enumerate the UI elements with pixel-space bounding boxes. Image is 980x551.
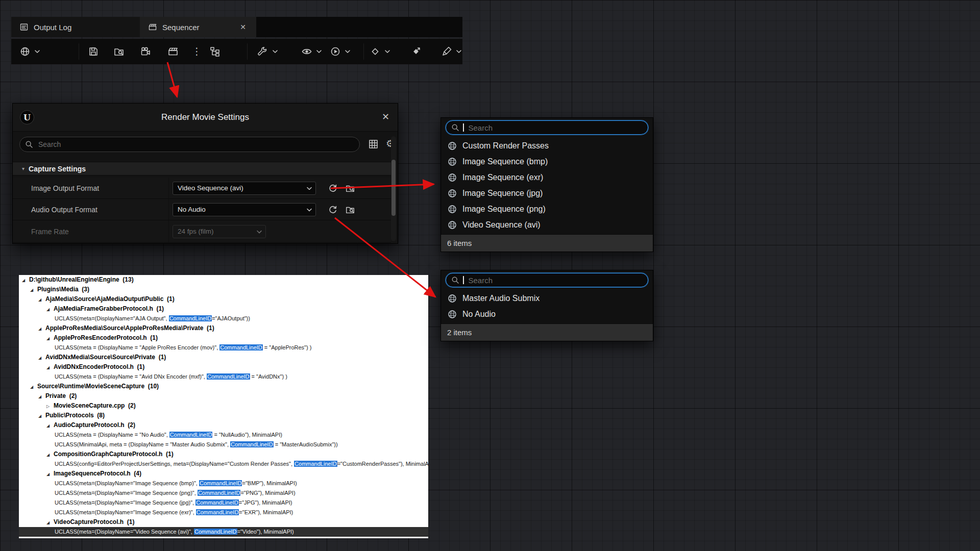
keyframe-options-button[interactable]	[370, 46, 381, 57]
expanded-expander-icon[interactable]: ◢	[38, 295, 45, 304]
dropdown-item[interactable]: No Audio	[441, 306, 653, 322]
tree-node-label: AppleProResMedia\Source\AppleProResMedia…	[45, 324, 214, 332]
search-match-highlight: CommandLineID	[198, 490, 241, 496]
tree-node[interactable]: ◢AvidDNxMedia\Source\Source\Private (1)	[19, 353, 428, 362]
code-result-line[interactable]: UCLASS(MinimalApi, meta = (DisplayName =…	[19, 440, 428, 449]
code-text: = "AppleProRes") )	[263, 344, 312, 350]
audio-format-search-box[interactable]	[446, 273, 648, 287]
playback-chevron-icon[interactable]	[345, 50, 350, 54]
use-selected-asset-icon[interactable]	[328, 183, 338, 193]
tree-node[interactable]: ◢ImageSequenceProtocol.h (4)	[19, 469, 428, 479]
dropdown-item[interactable]: Master Audio Submix	[441, 290, 653, 306]
tree-node[interactable]: ◢AudioCaptureProtocol.h (2)	[19, 420, 428, 430]
audio-format-search-input[interactable]	[468, 276, 643, 285]
dialog-close-icon[interactable]: ✕	[382, 111, 389, 122]
expanded-expander-icon[interactable]: ◢	[30, 382, 37, 391]
expanded-expander-icon[interactable]: ◢	[30, 285, 37, 294]
playback-options-button[interactable]	[330, 46, 341, 57]
code-result-line[interactable]: UCLASS(meta = (DisplayName = "Avid DNx E…	[19, 372, 428, 382]
world-button[interactable]	[19, 46, 31, 57]
code-result-line[interactable]: UCLASS(meta = (DisplayName = "Apple ProR…	[19, 343, 428, 353]
expanded-expander-icon[interactable]: ◢	[46, 469, 54, 479]
settings-search-input[interactable]	[37, 140, 354, 149]
code-result-line[interactable]: UCLASS(meta=(DisplayName="Image Sequence…	[19, 498, 428, 508]
toolbar-separator	[247, 43, 248, 60]
code-result-line[interactable]: UCLASS(meta=(DisplayName="Video Sequence…	[19, 527, 428, 537]
tree-node[interactable]: ◢Plugins\Media (3)	[19, 285, 428, 294]
keyframe-chevron-icon[interactable]	[385, 50, 390, 54]
expanded-expander-icon[interactable]: ◢	[38, 353, 45, 362]
search-match-highlight: CommandLineID	[196, 509, 239, 515]
browse-to-asset-icon[interactable]	[345, 205, 355, 215]
expanded-expander-icon[interactable]: ◢	[46, 450, 54, 459]
code-text: ="CustomRenderPasses"), MinimalAPI)	[337, 461, 428, 467]
render-movie-button[interactable]	[167, 46, 179, 57]
expanded-expander-icon[interactable]: ◢	[38, 392, 45, 401]
code-result-line[interactable]: UCLASS(meta=(DisplayName="Image Sequence…	[19, 479, 428, 488]
code-result-line[interactable]: UCLASS(meta=(DisplayName="Image Sequence…	[19, 488, 428, 498]
dropdown-item[interactable]: Image Sequence (jpg)	[441, 185, 653, 201]
dropdown-item[interactable]: Image Sequence (png)	[441, 201, 653, 217]
more-options-icon[interactable]: ⋮	[192, 46, 202, 57]
capture-settings-section-header[interactable]: ▾ Capture Settings	[13, 162, 391, 176]
tree-node[interactable]: ◢AjaMedia\Source\AjaMediaOutput\Public (…	[19, 294, 428, 304]
tree-node[interactable]: ◢AppleProResMedia\Source\AppleProResMedi…	[19, 323, 428, 333]
dropdown-item[interactable]: Image Sequence (exr)	[441, 169, 653, 185]
expanded-expander-icon[interactable]: ◢	[38, 324, 45, 333]
code-result-line[interactable]: UCLASS(meta=(DisplayName="Image Sequence…	[19, 508, 428, 517]
hierarchy-button[interactable]	[209, 46, 220, 57]
tree-node[interactable]: ◢Public\Protocols (8)	[19, 411, 428, 420]
save-button[interactable]	[88, 46, 99, 57]
image-output-format-dropdown[interactable]: Video Sequence (avi)	[173, 182, 316, 195]
expanded-expander-icon[interactable]: ◢	[38, 411, 45, 420]
code-result-line[interactable]: UCLASS(meta=(DisplayName="AJA Output", C…	[19, 314, 428, 323]
tab-output-log[interactable]: Output Log	[11, 17, 140, 37]
tree-node[interactable]: ◢AppleProResEncoderProtocol.h (1)	[19, 333, 428, 343]
dialog-title-bar[interactable]: U Render Movie Settings ✕	[13, 104, 398, 132]
code-result-line[interactable]: UCLASS(meta = (DisplayName = "No Audio",…	[19, 430, 428, 440]
section-expander-icon[interactable]: ▾	[22, 166, 24, 171]
tree-node[interactable]: ◢VideoCaptureProtocol.h (1)	[19, 517, 428, 527]
edit-pen-button[interactable]	[441, 46, 452, 57]
find-in-content-browser-button[interactable]	[113, 46, 125, 57]
browse-to-asset-icon[interactable]	[345, 183, 355, 193]
tree-node[interactable]: ▷MovieSceneCapture.cpp (2)	[19, 401, 428, 411]
dropdown-item[interactable]: Video Sequence (avi)	[441, 217, 653, 233]
dialog-scrollbar[interactable]	[391, 136, 396, 241]
expanded-expander-icon[interactable]: ◢	[46, 334, 54, 343]
image-format-search-box[interactable]	[446, 120, 648, 135]
tab-close-icon[interactable]: ✕	[238, 22, 248, 32]
tree-node[interactable]: ◢Private (2)	[19, 391, 428, 401]
settings-search-box[interactable]	[19, 137, 360, 152]
view-options-eye-button[interactable]	[301, 46, 312, 57]
expanded-expander-icon[interactable]: ◢	[46, 305, 54, 314]
scrollbar-thumb[interactable]	[391, 160, 396, 216]
actions-wrench-button[interactable]	[257, 46, 268, 57]
tree-node[interactable]: ◢D:\github\UnrealEngine\Engine (13)	[19, 275, 428, 285]
code-result-line[interactable]: UCLASS(config=EditorPerProjectUserSettin…	[19, 459, 428, 469]
edit-chevron-icon[interactable]	[456, 50, 461, 54]
expanded-expander-icon[interactable]: ◢	[46, 421, 54, 430]
auto-key-button[interactable]	[410, 46, 422, 57]
create-camera-button[interactable]	[140, 46, 151, 57]
dropdown-item[interactable]: Image Sequence (bmp)	[441, 154, 653, 169]
column-settings-icon[interactable]	[369, 139, 378, 149]
tree-node[interactable]: ◢CompositionGraphCaptureProtocol.h (1)	[19, 449, 428, 459]
use-selected-asset-icon[interactable]	[328, 205, 338, 215]
audio-output-format-dropdown[interactable]: No Audio	[173, 203, 316, 216]
expanded-expander-icon[interactable]: ◢	[46, 518, 54, 527]
world-chevron-icon[interactable]	[35, 50, 40, 54]
code-results-panel[interactable]: ◢D:\github\UnrealEngine\Engine (13)◢Plug…	[19, 275, 428, 538]
expanded-expander-icon[interactable]: ◢	[22, 276, 29, 285]
tab-sequencer[interactable]: Sequencer ✕	[140, 17, 256, 37]
tree-node[interactable]: ◢AvidDNxEncoderProtocol.h (1)	[19, 362, 428, 372]
render-movie-settings-dialog: U Render Movie Settings ✕ ⚙ ▾ Capture Se…	[12, 103, 398, 244]
image-format-search-input[interactable]	[468, 123, 643, 133]
collapsed-expander-icon[interactable]: ▷	[46, 402, 54, 411]
dropdown-item[interactable]: Custom Render Passes	[441, 138, 653, 154]
actions-chevron-icon[interactable]	[273, 50, 278, 54]
tree-node[interactable]: ◢Source\Runtime\MovieSceneCapture (10)	[19, 382, 428, 391]
expanded-expander-icon[interactable]: ◢	[46, 363, 54, 372]
view-options-chevron-icon[interactable]	[316, 50, 322, 54]
tree-node[interactable]: ◢AjaMediaFrameGrabberProtocol.h (1)	[19, 304, 428, 314]
